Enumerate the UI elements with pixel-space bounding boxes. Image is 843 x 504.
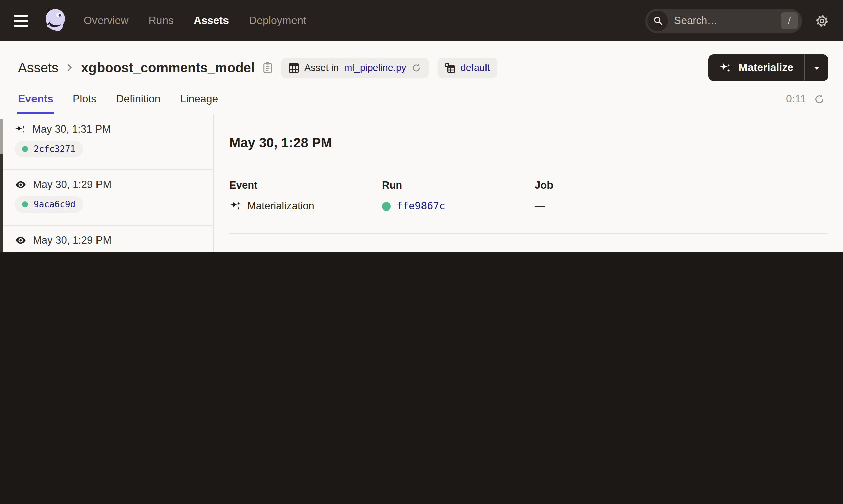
materialize-split-button: Materialize xyxy=(708,54,828,81)
global-search[interactable]: / xyxy=(645,8,802,33)
scrollbar-track[interactable] xyxy=(0,119,3,154)
event-list: May 30, 1:31 PM 2cfc3271 May 30, 1:29 PM… xyxy=(0,114,214,252)
materialize-button[interactable]: Materialize xyxy=(708,54,804,81)
nav-item[interactable]: Assets xyxy=(194,15,229,27)
run-status-dot xyxy=(22,201,28,208)
asset-group-tag[interactable]: default xyxy=(438,57,497,78)
event-type-value: Materialization xyxy=(247,200,314,212)
search-input[interactable] xyxy=(668,15,781,27)
run-column: Run ffe9867c xyxy=(382,179,535,212)
asset-group-link[interactable]: default xyxy=(461,62,490,73)
job-label: Job xyxy=(535,179,828,192)
settings-gear-icon[interactable] xyxy=(815,14,829,28)
dagster-logo[interactable] xyxy=(42,7,69,34)
run-id-pill[interactable]: 2cfc3271 xyxy=(15,141,83,157)
materialize-dropdown-button[interactable] xyxy=(805,54,828,81)
event-summary-row: Event Materialization Run ffe9867c Job — xyxy=(229,179,828,212)
refresh-timer: 0:11 xyxy=(786,93,825,114)
tab[interactable]: Plots xyxy=(73,93,97,114)
dagster-asset-page: Overview Runs Assets Deployment / Assets… xyxy=(0,0,843,252)
asset-file-link[interactable]: ml_pipeline.py xyxy=(344,62,406,73)
event-list-item[interactable]: May 30, 1:31 PM 2cfc3271 xyxy=(0,114,213,170)
hamburger-menu-icon[interactable] xyxy=(14,15,28,27)
asset-in-label: Asset in xyxy=(304,62,339,73)
reload-definition-icon[interactable] xyxy=(412,62,422,73)
asset-tabs: Events Plots Definition Lineage 0:11 xyxy=(0,81,843,114)
refresh-icon[interactable] xyxy=(813,93,825,105)
event-detail-panel: May 30, 1:28 PM Event Materialization Ru… xyxy=(214,114,843,252)
run-id: 9aca6c9d xyxy=(34,199,75,210)
event-timestamp: May 30, 1:29 PM xyxy=(33,179,111,191)
nav-item[interactable]: Deployment xyxy=(249,15,306,27)
asset-name: xgboost_comments_model xyxy=(81,60,255,75)
breadcrumb-assets-link[interactable]: Assets xyxy=(18,60,58,75)
copy-asset-name-icon[interactable] xyxy=(263,61,273,74)
observation-eye-icon xyxy=(15,179,27,191)
run-id: 2cfc3271 xyxy=(34,144,75,154)
event-column: Event Materialization xyxy=(229,179,382,212)
run-id-pill[interactable]: 9aca6c9d xyxy=(15,196,83,213)
run-id-pill[interactable]: 9ebc9fd8 xyxy=(15,252,83,252)
primary-nav: Overview Runs Assets Deployment xyxy=(84,15,306,27)
top-nav: Overview Runs Assets Deployment / xyxy=(0,0,843,41)
event-timestamp: May 30, 1:31 PM xyxy=(32,123,110,135)
metadata-heading: Metadata xyxy=(229,252,828,252)
job-column: Job — xyxy=(535,179,828,212)
event-timestamp: May 30, 1:29 PM xyxy=(33,234,111,246)
breadcrumb: Assets xgboost_comments_model xyxy=(18,60,273,75)
chevron-down-icon xyxy=(812,63,821,72)
search-shortcut-key: / xyxy=(781,12,798,30)
asset-group-icon xyxy=(445,62,455,73)
observation-eye-icon xyxy=(15,234,27,246)
asset-definition-tag[interactable]: Asset in ml_pipeline.py xyxy=(281,57,429,78)
run-label: Run xyxy=(382,179,535,192)
chevron-right-icon xyxy=(65,63,74,72)
run-id-link[interactable]: ffe9867c xyxy=(397,200,445,212)
materialization-sparkle-icon xyxy=(229,200,241,212)
materialize-label: Materialize xyxy=(738,61,793,74)
table-icon xyxy=(289,62,299,73)
event-label: Event xyxy=(229,179,382,192)
nav-item[interactable]: Runs xyxy=(149,15,174,27)
tab[interactable]: Definition xyxy=(116,93,160,114)
event-list-item[interactable]: May 30, 1:29 PM 9aca6c9d xyxy=(0,170,213,226)
materialization-sparkle-icon xyxy=(15,124,26,135)
run-status-dot xyxy=(382,202,391,211)
run-status-dot xyxy=(22,146,28,152)
tab[interactable]: Lineage xyxy=(180,93,219,114)
nav-item[interactable]: Overview xyxy=(84,15,128,27)
sparkle-icon xyxy=(719,61,732,74)
search-icon xyxy=(647,11,668,31)
refresh-countdown: 0:11 xyxy=(786,93,806,105)
event-title: May 30, 1:28 PM xyxy=(229,135,828,150)
page-header: Assets xgboost_comments_model Asset in m… xyxy=(0,41,843,81)
scrollbar-thumb[interactable] xyxy=(0,154,3,252)
event-list-item[interactable]: May 30, 1:29 PM 9ebc9fd8 xyxy=(0,226,213,252)
tab[interactable]: Events xyxy=(18,93,53,114)
job-value: — xyxy=(535,200,545,212)
